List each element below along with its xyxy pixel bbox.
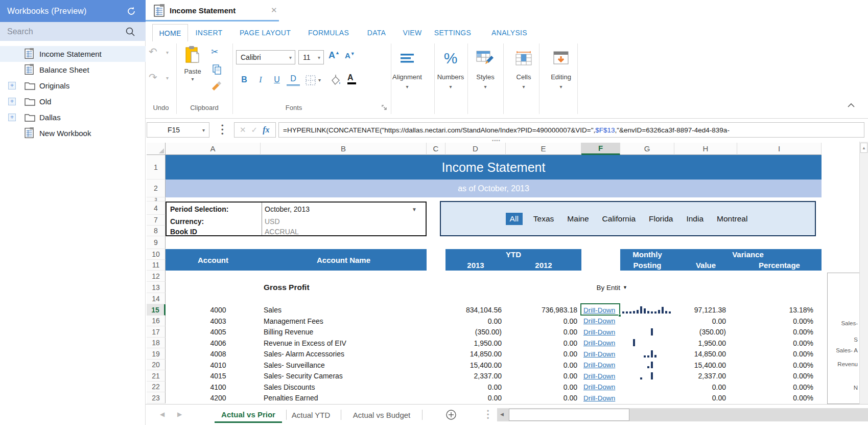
formula-input[interactable]: =HYPERLINK(CONCATENATE("https://dallas.n… — [278, 122, 864, 138]
column-header-I[interactable]: I — [737, 143, 822, 155]
region-option-all[interactable]: All — [506, 213, 523, 225]
row-header-1[interactable]: 1 — [147, 155, 166, 180]
cell-ytd-2012[interactable]: 0.00 — [506, 392, 577, 404]
parameter-value[interactable]: ACCRUAL — [265, 227, 413, 236]
column-header-D[interactable]: D — [445, 143, 506, 155]
decrease-font-icon[interactable]: A▼ — [345, 51, 355, 60]
undo-dropdown-icon[interactable]: ▾ — [166, 50, 169, 55]
expand-icon[interactable]: + — [8, 82, 16, 90]
cell-ytd-2012[interactable]: 0.00 — [506, 360, 577, 370]
redo-button[interactable]: ↷ — [149, 71, 164, 84]
row-header-23[interactable]: 23 — [147, 392, 166, 404]
cell-account-name[interactable]: Sales — [264, 304, 417, 316]
row-header-21[interactable]: 21 — [147, 370, 166, 382]
expand-icon[interactable]: + — [8, 114, 16, 121]
scroll-up-icon[interactable]: ▲ — [860, 143, 867, 153]
cell-ytd-2013[interactable]: 14,850.00 — [445, 348, 502, 360]
cell-ytd-2013[interactable]: 0.00 — [445, 382, 502, 392]
increase-font-icon[interactable]: A▲ — [329, 50, 340, 61]
cell-variance-value[interactable]: 97,121.38 — [674, 304, 726, 316]
paste-button[interactable]: Paste ▾ — [180, 46, 205, 90]
drill-down-link[interactable]: Drill-Down — [583, 382, 619, 392]
region-option-maine[interactable]: Maine — [567, 214, 589, 223]
sheet-bar-menu-icon[interactable]: ••• — [487, 410, 489, 420]
search-icon[interactable] — [125, 27, 135, 37]
cell-variance-pct[interactable]: 0.00% — [737, 360, 813, 370]
cell-ytd-2013[interactable]: 15,400.00 — [445, 360, 502, 370]
search-bar[interactable] — [0, 22, 146, 41]
sheet-nav-left-icon[interactable]: ◀ — [160, 411, 165, 418]
cell-account-name[interactable]: Revenue in Excess of EIV — [264, 338, 417, 348]
cell-ytd-2012[interactable]: 0.00 — [506, 316, 577, 326]
column-header-C[interactable]: C — [427, 143, 445, 155]
cell-account-name[interactable]: Sales- Alarm Accessories — [264, 348, 417, 360]
refresh-icon[interactable] — [126, 6, 136, 16]
sheet-tab-actual-ytd[interactable]: Actual YTD — [291, 407, 331, 423]
double-underline-button[interactable]: D — [287, 73, 300, 86]
cell-ytd-2013[interactable]: 0.00 — [445, 316, 502, 326]
italic-button[interactable]: I — [254, 73, 267, 86]
row-header-19[interactable]: 19 — [147, 348, 166, 360]
row-header-12[interactable]: 12 — [147, 271, 166, 282]
drill-down-link[interactable]: Drill-Down — [583, 326, 619, 338]
collapse-ribbon-icon[interactable] — [847, 103, 855, 108]
cell-variance-value[interactable]: 0.00 — [674, 392, 726, 404]
cell-variance-pct[interactable]: 0.00% — [737, 382, 813, 392]
cancel-formula-icon[interactable]: ✕ — [240, 125, 246, 135]
cell-variance-pct[interactable]: 0.00% — [737, 338, 813, 348]
bold-button[interactable]: B — [238, 73, 251, 86]
cell-account-name[interactable]: Billing Revenue — [264, 326, 417, 338]
borders-dropdown-icon[interactable]: ▾ — [318, 77, 321, 83]
ribbon-tab-insert[interactable]: INSERT — [191, 24, 227, 41]
vertical-scrollbar[interactable]: ▲ — [859, 142, 868, 404]
cell-variance-pct[interactable]: 0.00% — [737, 392, 813, 404]
cell-variance-pct[interactable]: 0.00% — [737, 326, 813, 338]
cell-variance-pct[interactable]: 0.00% — [737, 348, 813, 360]
ribbon-tab-formulas[interactable]: FORMULAS — [303, 24, 354, 41]
cell-account-name[interactable]: Sales Discounts — [264, 382, 417, 392]
parameter-value[interactable]: USD — [265, 216, 413, 227]
selected-cell-outline[interactable] — [580, 303, 620, 316]
fill-color-icon[interactable] — [330, 74, 342, 86]
ribbon-tab-data[interactable]: DATA — [357, 24, 396, 41]
ribbon-tab-page-layout[interactable]: PAGE LAYOUT — [230, 24, 300, 41]
column-header-H[interactable]: H — [674, 143, 737, 155]
column-header-B[interactable]: B — [261, 143, 427, 155]
cell-ytd-2013[interactable]: 2,337.00 — [445, 370, 502, 382]
row-header-10[interactable]: 10 — [147, 249, 166, 260]
copy-icon[interactable] — [212, 64, 222, 75]
cell-account[interactable]: 4100 — [176, 382, 261, 392]
cell-variance-pct[interactable]: 0.00% — [737, 316, 813, 326]
cell-variance-value[interactable]: (350.00) — [674, 326, 726, 338]
ribbon-tab-settings[interactable]: SETTINGS — [428, 24, 477, 41]
row-header-9[interactable]: 9 — [147, 236, 166, 249]
cell-ytd-2012[interactable]: 0.00 — [506, 348, 577, 360]
formula-bar-menu-icon[interactable]: ••• — [221, 124, 224, 136]
column-header-F[interactable]: F — [581, 143, 620, 155]
format-painter-icon[interactable] — [211, 80, 222, 91]
insert-function-icon[interactable]: fx — [263, 125, 269, 135]
sheet-tab-actual-vs-budget[interactable]: Actual vs Budget — [350, 407, 413, 423]
drill-down-link[interactable]: Drill-Down — [583, 392, 619, 404]
horizontal-scrollbar-thumb[interactable] — [509, 409, 629, 421]
cell-variance-pct[interactable]: 13.18% — [737, 304, 813, 316]
row-header-15[interactable]: 15 — [147, 304, 166, 316]
cell-account[interactable]: 4015 — [176, 370, 261, 382]
row-header-13[interactable]: 13 — [147, 282, 166, 293]
region-option-texas[interactable]: Texas — [533, 214, 554, 223]
report-title-cell[interactable]: Income Statement — [166, 155, 822, 180]
cell-variance-pct[interactable]: 0.00% — [737, 370, 813, 382]
column-header-A[interactable]: A — [166, 143, 261, 155]
cell-account[interactable]: 4005 — [176, 326, 261, 338]
font-color-icon[interactable]: A — [347, 73, 356, 84]
cell-variance-value[interactable]: 14,850.00 — [674, 348, 726, 360]
borders-icon[interactable] — [306, 75, 316, 85]
cell-variance-value[interactable]: 2,337.00 — [674, 370, 726, 382]
cut-icon[interactable]: ✂ — [211, 47, 218, 57]
undo-button[interactable]: ↶ — [149, 46, 164, 59]
cell-variance-value[interactable]: 15,400.00 — [674, 360, 726, 370]
cell-account-name[interactable]: Sales- Surveillance — [264, 360, 417, 370]
drill-down-link[interactable]: Drill-Down — [583, 316, 619, 326]
drill-down-link[interactable]: Drill-Down — [583, 370, 619, 382]
font-size-select[interactable]: 11 ▾ — [298, 50, 324, 64]
